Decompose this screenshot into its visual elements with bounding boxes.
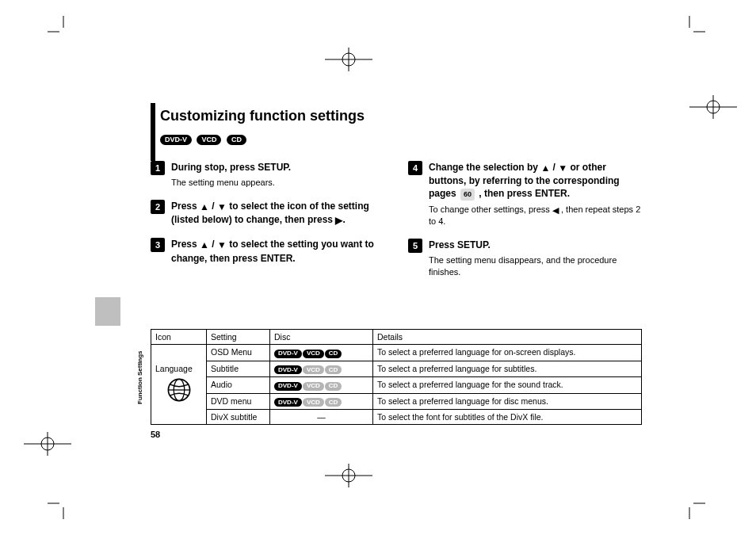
left-arrow-icon: ◀ <box>552 204 559 216</box>
up-arrow-icon: ▲ <box>200 239 209 251</box>
step-description: The setting menu appears. <box>171 177 384 189</box>
disc-badge: CD <box>325 365 342 374</box>
setting-name: DivX subtitle <box>207 410 270 425</box>
page-content: Customizing function settings DVD-V VCD … <box>151 103 642 289</box>
step-number: 5 <box>408 239 422 253</box>
step-heading: During stop, press SETUP. <box>171 161 384 174</box>
step-number: 4 <box>408 161 422 175</box>
icon-cell-language: Language <box>151 345 207 425</box>
up-arrow-icon: ▲ <box>200 201 209 213</box>
disc-badge: CD <box>325 398 342 407</box>
setting-details: To select a preferred language for the s… <box>373 377 642 394</box>
step-3: 3 Press ▲ / ▼ to select the setting you … <box>151 238 384 264</box>
disc-badge: DVD-V <box>274 398 302 407</box>
text: Press <box>171 201 200 212</box>
icon-label: Language <box>155 364 202 373</box>
step-number: 3 <box>151 238 165 252</box>
disc-badges-cell: — <box>270 410 373 425</box>
setting-details: To select a preferred language for on-sc… <box>373 345 642 361</box>
page-reference: 60 <box>460 189 475 200</box>
text: . <box>342 214 345 225</box>
steps-right-column: 4 Change the selection by ▲ / ▼ or other… <box>408 161 642 289</box>
disc-badge: VCD <box>303 382 324 391</box>
down-arrow-icon: ▼ <box>217 239 227 251</box>
table-header-row: Icon Setting Disc Details <box>151 330 642 345</box>
disc-badge: VCD <box>303 398 324 407</box>
disc-badges-cell: DVD-VVCDCD <box>270 377 373 394</box>
settings-table-wrap: Icon Setting Disc Details Language OSD M… <box>151 329 642 425</box>
setting-name: DVD menu <box>207 393 270 410</box>
step-description: To change other settings, press ◀ , then… <box>429 204 642 228</box>
up-arrow-icon: ▲ <box>540 162 550 174</box>
disc-badge: CD <box>325 382 342 391</box>
step-number: 2 <box>151 200 165 214</box>
setting-details: To select a preferred language for subti… <box>373 361 642 377</box>
down-arrow-icon: ▼ <box>217 201 227 213</box>
disc-badge: DVD-V <box>274 382 302 391</box>
applicable-disc-badges: DVD-V VCD CD <box>160 131 365 145</box>
text: / <box>209 201 217 212</box>
step-heading: Press SETUP. <box>429 239 642 251</box>
setting-details: To select a preferred language for disc … <box>373 393 642 410</box>
step-description: The setting menu disappears, and the pro… <box>429 254 642 278</box>
setting-details: To select the font for subtitles of the … <box>373 410 642 425</box>
badge-vcd: VCD <box>197 135 221 145</box>
steps-left-column: 1 During stop, press SETUP. The setting … <box>151 161 384 289</box>
disc-badge: DVD-V <box>274 365 302 374</box>
sidebar-tab-block <box>95 297 120 326</box>
text: / <box>550 162 558 173</box>
step-5: 5 Press SETUP. The setting menu disappea… <box>408 239 642 278</box>
table-row: Subtitle DVD-VVCDCD To select a preferre… <box>151 361 642 377</box>
text: Press <box>171 239 200 250</box>
disc-badges-cell: DVD-VVCDCD <box>270 345 373 361</box>
table-row: DVD menu DVD-VVCDCD To select a preferre… <box>151 393 642 410</box>
text: Change the selection by <box>429 162 540 173</box>
text: / <box>209 239 217 250</box>
text: To change other settings, press <box>429 204 552 214</box>
step-1: 1 During stop, press SETUP. The setting … <box>151 161 384 189</box>
setting-name: Subtitle <box>207 361 270 377</box>
step-heading: Press ▲ / ▼ to select the setting you wa… <box>171 238 384 264</box>
language-globe-icon <box>166 376 193 403</box>
table-row: DivX subtitle — To select the font for s… <box>151 410 642 425</box>
disc-badge: VCD <box>303 365 324 374</box>
sidebar: Function Settings <box>127 301 138 412</box>
down-arrow-icon: ▼ <box>558 162 567 174</box>
settings-table: Icon Setting Disc Details Language OSD M… <box>151 329 642 425</box>
col-header-icon: Icon <box>151 330 207 345</box>
step-heading: Change the selection by ▲ / ▼ or other b… <box>429 161 642 201</box>
table-row: Language OSD Menu DVD-VVCDCD To select a… <box>151 345 642 361</box>
text: , then press ENTER. <box>476 188 570 199</box>
disc-badges-cell: DVD-VVCDCD <box>270 361 373 377</box>
badge-dvd-v: DVD-V <box>160 135 192 145</box>
col-header-setting: Setting <box>207 330 270 345</box>
disc-badge: VCD <box>303 350 324 358</box>
section-title: Customizing function settings <box>160 103 365 128</box>
col-header-details: Details <box>373 330 642 345</box>
step-4: 4 Change the selection by ▲ / ▼ or other… <box>408 161 642 227</box>
col-header-disc: Disc <box>270 330 373 345</box>
setting-name: Audio <box>207 377 270 394</box>
badge-cd: CD <box>227 135 246 145</box>
sidebar-section-label: Function Settings <box>136 350 143 404</box>
step-heading: Press ▲ / ▼ to select the icon of the se… <box>171 200 384 227</box>
step-number: 1 <box>151 161 165 175</box>
disc-badge: DVD-V <box>274 350 302 358</box>
title-accent-bar <box>151 103 155 161</box>
step-2: 2 Press ▲ / ▼ to select the icon of the … <box>151 200 384 227</box>
disc-badges-cell: DVD-VVCDCD <box>270 393 373 410</box>
disc-badge: CD <box>325 350 342 358</box>
setting-name: OSD Menu <box>207 345 270 361</box>
page-number: 58 <box>151 430 160 439</box>
table-row: Audio DVD-VVCDCD To select a preferred l… <box>151 377 642 394</box>
